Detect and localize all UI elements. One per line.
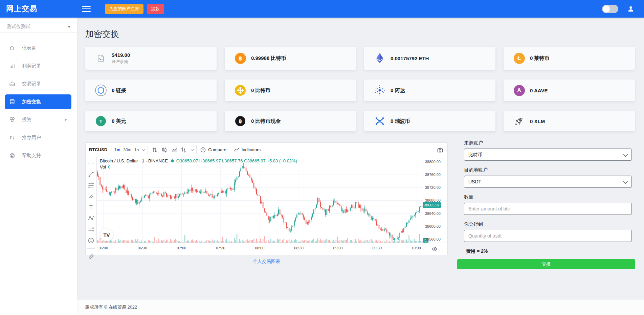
compare-arrows-icon[interactable]: [151, 147, 158, 153]
card-amount: 0.00175792 ETH: [391, 55, 429, 61]
account-selector[interactable]: 测试仪测试 ▾: [0, 21, 77, 32]
area-chart-icon[interactable]: [171, 147, 178, 153]
trend-line-tool-icon[interactable]: [87, 171, 95, 178]
gear-icon[interactable]: [431, 246, 438, 252]
tradingview-logo[interactable]: TV: [100, 228, 113, 241]
personal-chart-link-row: 个人交易图表: [85, 258, 448, 265]
volume-legend: Vol0: [100, 164, 110, 170]
time-axis-tick: 08:00: [255, 246, 265, 250]
interval-1m-button[interactable]: 1m: [114, 148, 120, 152]
source-account-select[interactable]: 比特币: [464, 149, 632, 161]
withdraw-button[interactable]: 提款: [147, 4, 164, 14]
personal-chart-link[interactable]: 个人交易图表: [253, 259, 280, 264]
price-axis-tick: 38640.00: [425, 211, 441, 216]
chart-symbol[interactable]: BTCUSD: [89, 147, 107, 152]
coins-icon: [9, 99, 15, 105]
bch-balance-card: ฿ 0 比特币现金: [225, 111, 356, 131]
sidebar-item-label: 推荐用户: [22, 135, 41, 141]
ripple-balance-card: 0 瑞波币: [364, 111, 495, 131]
sidebar-item-profit-records[interactable]: 利润记录: [5, 59, 71, 73]
user-icon[interactable]: [627, 5, 635, 13]
destination-account-select[interactable]: USDT: [464, 176, 632, 188]
market-status-dot: [171, 159, 174, 162]
sidebar: 测试仪测试 ▾ 仪表盘 利润记录 交易记录 加密交换 投资 ▾ 推荐用户 帮助支…: [0, 18, 77, 315]
broken-image-icon: [95, 52, 107, 64]
destination-account-label: 目的地账户: [464, 167, 632, 173]
refresh-arrows-icon: [9, 135, 15, 141]
gold-coin-icon: [234, 84, 246, 96]
time-axis-tick: 09:30: [372, 246, 382, 250]
source-account-label: 来源账户: [464, 140, 632, 146]
camera-icon[interactable]: [435, 145, 445, 155]
bitcoin-cash-icon: ฿: [234, 115, 246, 127]
fund-account-button[interactable]: 为您的帐户注资: [105, 4, 143, 14]
swap-button[interactable]: 交换: [457, 259, 635, 269]
price-axis-tick: 38800.00: [425, 160, 441, 164]
interval-1h-button[interactable]: 1h: [134, 148, 139, 152]
candles-style-icon[interactable]: [161, 147, 168, 153]
chart-style-chevron-icon[interactable]: [191, 148, 194, 151]
toggle-knob: [603, 5, 610, 13]
source-account-select-wrap: 比特币: [464, 149, 632, 161]
sidebar-item-crypto-exchange[interactable]: 加密交换: [5, 94, 71, 109]
time-axis-tick: 09:00: [333, 246, 343, 250]
compare-button[interactable]: Compare: [200, 147, 226, 153]
price-axis-tick: 38600.00: [425, 224, 441, 228]
card-amount: 0 AAVE: [530, 88, 548, 93]
chainlink-icon: [95, 84, 107, 96]
position-tool-icon[interactable]: [87, 226, 95, 233]
last-price-tag: 38665.97: [423, 202, 441, 208]
hamburger-menu-icon[interactable]: [82, 6, 91, 12]
pattern-tool-icon[interactable]: [87, 215, 95, 222]
btc-balance-card: ฿ 0.99988 比特币: [225, 47, 356, 70]
card-subtitle: 账户余额: [112, 59, 130, 65]
card-amount: 0 瑞波币: [391, 118, 410, 125]
indicators-button[interactable]: Indicators: [234, 147, 261, 153]
receive-label: 你会得到: [464, 221, 632, 227]
time-axis[interactable]: 06:0006:3007:0007:3008:0008:3009:0009:30…: [97, 243, 447, 255]
intervals-chevron-icon[interactable]: [142, 148, 145, 151]
chart-plot-area[interactable]: Bitcoin / U.S. Dollar · 1 · BINANCEO3865…: [97, 157, 423, 243]
amount-input[interactable]: [464, 203, 632, 215]
card-amount: 0 阿达: [391, 87, 405, 94]
chart-toolbar: BTCUSD 1m 30m 1h Compare: [86, 143, 447, 157]
sidebar-item-help-support[interactable]: 帮助支持: [5, 148, 71, 163]
ada-balance-card: 0 阿达: [364, 80, 495, 101]
brush-tool-icon[interactable]: [87, 193, 95, 200]
price-axis-tick: 38720.00: [425, 185, 441, 189]
cardano-icon: [374, 84, 386, 96]
account-name: 测试仪测试: [7, 24, 68, 30]
crosshair-tool-icon[interactable]: [87, 160, 95, 166]
sidebar-item-label: 交易记录: [22, 81, 41, 87]
sidebar-item-label: 仪表盘: [22, 45, 36, 51]
tools-divider: [87, 248, 95, 249]
sidebar-item-trade-records[interactable]: 交易记录: [5, 76, 71, 91]
card-amount: 0 链接: [112, 87, 126, 94]
interval-30m-button[interactable]: 30m: [124, 148, 131, 152]
bar-style-icon[interactable]: [181, 147, 187, 153]
emoji-tool-icon[interactable]: [87, 237, 95, 244]
amount-label: 数量: [464, 194, 632, 200]
page-title: 加密交换: [85, 28, 119, 40]
litecoin-icon: Ł: [513, 52, 525, 64]
text-tool-icon[interactable]: T: [87, 204, 95, 210]
receive-input[interactable]: [464, 230, 632, 242]
sidebar-item-label: 帮助支持: [22, 153, 41, 159]
sidebar-item-referrals[interactable]: 推荐用户: [5, 130, 71, 145]
sidebar-item-investment[interactable]: 投资 ▾: [5, 112, 71, 127]
chart-legend: Bitcoin / U.S. Dollar · 1 · BINANCEO3865…: [100, 158, 297, 163]
footer: 版权所有 © 在线贸易 2022: [77, 299, 644, 315]
card-amount: 0 比特币现金: [251, 118, 281, 125]
card-amount: 0.99988 比特币: [251, 55, 286, 62]
sidebar-item-dashboard[interactable]: 仪表盘: [5, 41, 71, 55]
theme-toggle[interactable]: [602, 5, 618, 13]
bitcoin-icon: ฿: [234, 52, 246, 64]
time-axis-tick: 08:30: [294, 246, 304, 250]
coin-balance-card: 0 比特币: [225, 80, 356, 101]
account-balance-card: $419.00账户余额: [85, 47, 217, 70]
link-balance-card: 0 链接: [85, 80, 217, 101]
price-axis[interactable]: 38665.97 0 38800.0038760.0038720.0038680…: [422, 157, 447, 243]
fee-text: 费用 = 2%: [466, 248, 632, 254]
chart-drawing-toolbar: T: [86, 157, 97, 243]
fib-retracement-tool-icon[interactable]: [87, 182, 95, 189]
